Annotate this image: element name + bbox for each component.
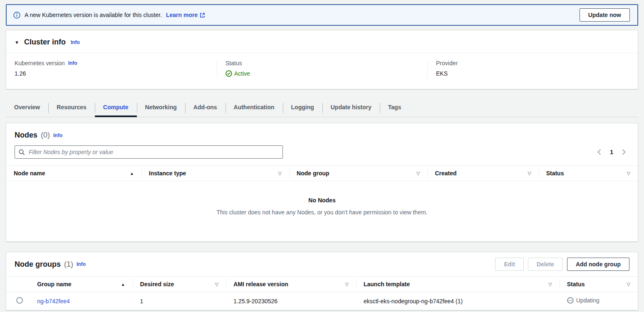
kubernetes-update-banner: A new Kubernetes version is available fo… [6, 4, 638, 26]
sort-icon: ▽ [278, 171, 282, 176]
nodes-table-header-row: Node name▲ Instance type▽ Node group▽ Cr… [6, 166, 638, 181]
node-groups-header: Node groups (1) Info Edit Delete Add nod… [6, 252, 638, 276]
node-groups-count: (1) [64, 260, 73, 269]
tab-add-ons[interactable]: Add-ons [185, 98, 225, 117]
in-progress-icon [567, 297, 574, 304]
status-value: Active [234, 70, 250, 77]
pagination-prev-icon[interactable] [597, 149, 602, 155]
empty-state-title: No Nodes [6, 197, 638, 204]
node-group-status-text: Updating [576, 297, 599, 304]
nodes-title: Nodes [15, 131, 37, 140]
sort-ascending-icon: ▲ [130, 171, 134, 176]
provider-value: EKS [436, 70, 638, 77]
edit-button: Edit [495, 258, 523, 271]
banner-content: A new Kubernetes version is available fo… [13, 12, 205, 19]
nodes-count: (0) [41, 131, 50, 140]
empty-state-description: This cluster does not have any Nodes, or… [6, 209, 638, 216]
check-circle-icon [225, 70, 232, 77]
desired-size-cell: 1 [133, 292, 226, 310]
nodes-pagination: 1 [597, 149, 629, 155]
nodes-table: Node name▲ Instance type▽ Node group▽ Cr… [6, 165, 638, 181]
node-group-row: ng-b742fee4 1 1.25.9-20230526 eksctl-eks… [6, 292, 638, 310]
status-label: Status [225, 60, 242, 66]
kubernetes-version-info-link[interactable]: Info [68, 60, 77, 66]
status-field: Status Active [217, 60, 427, 78]
delete-button: Delete [528, 258, 563, 271]
kubernetes-version-value: 1.26 [15, 70, 217, 77]
column-header-desired-size[interactable]: Desired size▽ [133, 277, 226, 292]
sort-icon: ▽ [627, 282, 630, 287]
column-header-group-status[interactable]: Status▽ [560, 277, 638, 292]
tab-resources[interactable]: Resources [48, 98, 95, 117]
nodes-filter-input[interactable] [28, 148, 279, 156]
tab-overview[interactable]: Overview [6, 98, 48, 117]
eks-cluster-page: A new Kubernetes version is available fo… [0, 0, 644, 310]
add-node-group-button[interactable]: Add node group [567, 258, 629, 271]
node-group-status-badge: Updating [567, 297, 599, 304]
cluster-info-grid: Kubernetes version Info 1.26 Status Acti… [6, 53, 638, 89]
search-icon [19, 149, 25, 155]
learn-more-link[interactable]: Learn more [166, 12, 205, 18]
tab-update-history[interactable]: Update history [322, 98, 380, 117]
column-header-group-name[interactable]: Group name▲ [30, 277, 132, 292]
cluster-info-header: ▼ Cluster info Info [6, 30, 638, 53]
node-groups-actions: Edit Delete Add node group [495, 258, 629, 271]
tab-tags[interactable]: Tags [380, 98, 410, 117]
collapse-caret-icon[interactable]: ▼ [15, 40, 19, 45]
cluster-info-info-link[interactable]: Info [71, 39, 80, 45]
sort-icon: ▽ [215, 282, 218, 287]
banner-message: A new Kubernetes version is available fo… [25, 12, 162, 18]
column-header-status[interactable]: Status▽ [539, 166, 638, 181]
cluster-info-panel: ▼ Cluster info Info Kubernetes version I… [6, 30, 638, 89]
cluster-tabs: Overview Resources Compute Networking Ad… [6, 98, 638, 117]
sort-icon: ▽ [548, 282, 552, 287]
provider-field: Provider EKS [427, 60, 638, 78]
tab-compute[interactable]: Compute [95, 98, 137, 117]
sort-icon: ▽ [345, 282, 348, 287]
sort-icon: ▽ [528, 171, 531, 176]
tab-networking[interactable]: Networking [137, 98, 185, 117]
column-header-node-name[interactable]: Node name▲ [6, 166, 141, 181]
node-groups-table: Group name▲ Desired size▽ AMI release ve… [6, 276, 638, 310]
column-header-ami-release-version[interactable]: AMI release version▽ [226, 277, 356, 292]
learn-more-label: Learn more [166, 12, 198, 18]
tab-logging[interactable]: Logging [283, 98, 322, 117]
pagination-next-icon[interactable] [622, 149, 626, 155]
column-header-created[interactable]: Created▽ [427, 166, 538, 181]
row-select-radio[interactable] [16, 297, 23, 304]
select-all-column [6, 277, 30, 292]
kubernetes-version-label: Kubernetes version [15, 60, 65, 66]
column-header-instance-type[interactable]: Instance type▽ [141, 166, 289, 181]
nodes-info-link[interactable]: Info [53, 133, 62, 138]
pagination-current-page[interactable]: 1 [610, 149, 613, 155]
node-group-name-link[interactable]: ng-b742fee4 [37, 298, 70, 305]
sort-icon: ▽ [416, 171, 420, 176]
launch-template-cell: eksctl-eks-nodegroup-ng-b742fee4 (1) [356, 292, 560, 310]
nodes-filter-row: 1 [6, 142, 638, 165]
kubernetes-version-field: Kubernetes version Info 1.26 [6, 60, 217, 78]
cluster-info-title: Cluster info [24, 38, 66, 47]
nodes-title-row: Nodes (0) Info [6, 123, 638, 142]
node-groups-title: Node groups [15, 260, 61, 269]
node-groups-info-link[interactable]: Info [77, 261, 86, 267]
node-groups-table-header-row: Group name▲ Desired size▽ AMI release ve… [6, 277, 638, 292]
ami-release-version-cell: 1.25.9-20230526 [226, 292, 356, 310]
nodes-filter-box [15, 145, 283, 159]
sort-ascending-icon: ▲ [121, 282, 125, 287]
provider-label: Provider [436, 60, 458, 66]
update-now-button[interactable]: Update now [580, 8, 630, 22]
nodes-empty-state: No Nodes This cluster does not have any … [6, 181, 638, 241]
column-header-node-group[interactable]: Node group▽ [289, 166, 427, 181]
node-groups-panel: Node groups (1) Info Edit Delete Add nod… [6, 252, 638, 310]
column-header-launch-template[interactable]: Launch template▽ [356, 277, 560, 292]
external-link-icon [200, 12, 205, 18]
tab-authentication[interactable]: Authentication [225, 98, 283, 117]
status-badge: Active [225, 70, 250, 77]
sort-icon: ▽ [627, 171, 630, 176]
nodes-panel: Nodes (0) Info 1 [6, 123, 638, 242]
info-icon [13, 12, 20, 19]
